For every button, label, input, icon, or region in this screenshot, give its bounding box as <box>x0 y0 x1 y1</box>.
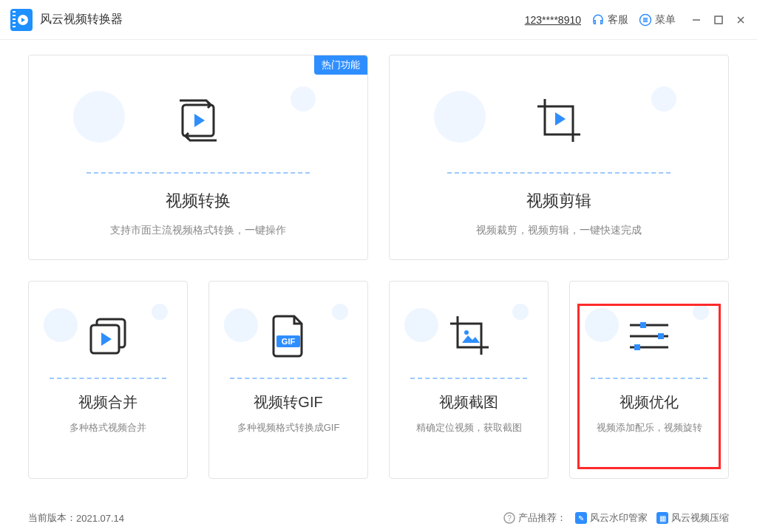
card-video-screenshot[interactable]: 视频截图 精确定位视频，获取截图 <box>389 281 549 479</box>
card-title: 视频剪辑 <box>526 190 591 212</box>
user-id-link[interactable]: 123****8910 <box>525 14 581 26</box>
support-label: 客服 <box>608 13 628 27</box>
minimize-button[interactable] <box>690 14 702 26</box>
card-title: 视频转GIF <box>254 392 322 412</box>
help-icon[interactable]: ? <box>503 512 515 524</box>
card-title: 视频截图 <box>439 392 498 412</box>
card-subtitle: 视频裁剪，视频剪辑，一键快速完成 <box>476 224 642 237</box>
headset-icon <box>591 13 605 27</box>
divider <box>447 172 671 174</box>
svg-text:?: ? <box>507 514 512 522</box>
menu-button[interactable]: 菜单 <box>639 13 676 27</box>
card-subtitle: 多种格式视频合并 <box>69 421 146 434</box>
app-title: 风云视频转换器 <box>40 12 123 27</box>
card-title: 视频优化 <box>619 392 679 412</box>
menu-label: 菜单 <box>655 13 676 27</box>
card-title: 视频合并 <box>78 392 138 412</box>
card-title: 视频转换 <box>166 190 231 212</box>
watermark-app-icon: ✎ <box>575 512 587 524</box>
card-video-convert[interactable]: 热门功能 视频转换 支持市面主流视频格式转换，一键操作 <box>28 55 368 260</box>
menu-list-icon <box>639 13 652 27</box>
recommend-link-2[interactable]: ▦ 风云视频压缩 <box>656 511 729 525</box>
maximize-icon <box>714 16 723 24</box>
card-subtitle: 视频添加配乐，视频旋转 <box>597 421 702 434</box>
version-label: 当前版本： <box>28 511 76 525</box>
card-video-edit[interactable]: 视频剪辑 视频裁剪，视频剪辑，一键快速完成 <box>389 55 729 260</box>
hot-badge: 热门功能 <box>314 55 367 75</box>
support-button[interactable]: 客服 <box>591 13 628 27</box>
close-button[interactable] <box>735 14 747 26</box>
compress-app-icon: ▦ <box>656 512 668 524</box>
titlebar: 风云视频转换器 123****8910 客服 菜单 <box>0 0 757 40</box>
card-video-gif[interactable]: GIF 视频转GIF 多种视频格式转换成GIF <box>208 281 368 479</box>
maximize-button[interactable] <box>713 14 724 26</box>
recommend-2-label: 风云视频压缩 <box>671 511 729 525</box>
main-content: 热门功能 视频转换 支持市面主流视频格式转换，一键操作 <box>0 40 757 507</box>
card-subtitle: 精确定位视频，获取截图 <box>416 421 522 434</box>
recommend-1-label: 风云水印管家 <box>590 511 648 525</box>
divider <box>86 172 310 174</box>
recommend-label: 产品推荐： <box>518 511 566 525</box>
card-video-merge[interactable]: 视频合并 多种格式视频合并 <box>28 281 188 479</box>
version-value: 2021.07.14 <box>76 513 124 524</box>
close-icon <box>736 15 746 25</box>
app-logo-icon <box>10 9 33 31</box>
recommend-link-1[interactable]: ✎ 风云水印管家 <box>575 511 648 525</box>
card-subtitle: 支持市面主流视频格式转换，一键操作 <box>110 224 286 237</box>
minimize-icon <box>691 15 702 25</box>
svg-rect-1 <box>715 16 722 24</box>
card-subtitle: 多种视频格式转换成GIF <box>237 421 340 434</box>
card-video-optimize[interactable]: 视频优化 视频添加配乐，视频旋转 <box>569 281 729 479</box>
footer-bar: 当前版本： 2021.07.14 ? 产品推荐： ✎ 风云水印管家 ▦ 风云视频… <box>0 504 757 532</box>
